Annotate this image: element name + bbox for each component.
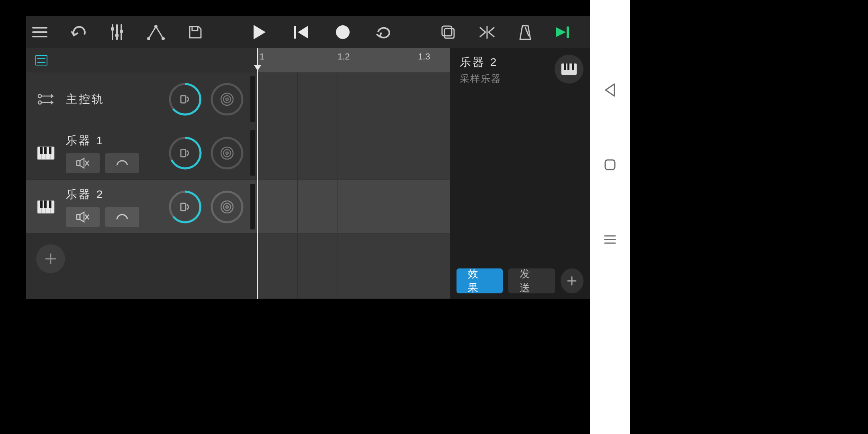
transport-group	[250, 23, 394, 41]
pan-knob[interactable]	[210, 190, 244, 224]
svg-point-26	[38, 101, 41, 104]
clipboard-button[interactable]	[440, 23, 456, 41]
ruler-mark: 1.3	[418, 51, 430, 62]
os-home-button[interactable]	[600, 155, 620, 174]
svg-rect-53	[40, 201, 43, 208]
svg-point-33	[221, 93, 233, 105]
record-button[interactable]	[334, 23, 352, 41]
track-knobs	[162, 180, 250, 233]
automation-button[interactable]	[147, 23, 165, 41]
timeline-ruler[interactable]: 1 1.2 1.3	[257, 48, 450, 72]
instrument-editor-button[interactable]	[555, 55, 583, 84]
track-row-inst1[interactable]: 乐器 1	[26, 126, 257, 180]
piano-icon	[37, 200, 55, 214]
add-track-button[interactable]	[36, 244, 65, 273]
svg-rect-17	[444, 29, 454, 38]
goto-end-button[interactable]	[555, 23, 573, 41]
track-list: 主控轨	[26, 48, 257, 299]
snap-button[interactable]	[479, 23, 495, 41]
svg-point-31	[226, 98, 228, 100]
os-nav-bar	[590, 0, 630, 434]
vu-meter	[250, 76, 255, 122]
tracklist-header	[26, 48, 257, 72]
svg-rect-23	[567, 27, 569, 38]
svg-rect-47	[181, 149, 186, 157]
svg-point-69	[221, 201, 233, 213]
ruler-mark: 1.2	[338, 51, 350, 62]
play-button[interactable]	[250, 23, 268, 41]
track-row-master[interactable]: 主控轨	[26, 72, 257, 126]
svg-marker-42	[80, 158, 84, 168]
mute-button[interactable]	[66, 207, 100, 227]
rewind-button[interactable]	[292, 23, 310, 41]
svg-rect-12	[192, 27, 198, 31]
undo-button[interactable]	[71, 23, 87, 41]
os-back-button[interactable]	[600, 80, 620, 100]
mixer-button[interactable]	[110, 23, 124, 41]
svg-rect-7	[115, 34, 119, 37]
save-button[interactable]	[188, 23, 203, 41]
add-effect-button[interactable]	[561, 268, 583, 293]
piano-icon	[561, 63, 577, 75]
track-name: 主控轨	[66, 92, 162, 107]
send-button[interactable]: 发送	[508, 268, 555, 293]
playhead-handle-icon[interactable]	[254, 65, 261, 71]
svg-point-11	[162, 37, 165, 40]
svg-point-9	[147, 37, 150, 40]
tracklist-view-icon[interactable]	[35, 55, 47, 66]
svg-rect-73	[564, 63, 566, 70]
lane-empty[interactable]	[257, 234, 450, 299]
loop-button[interactable]	[375, 23, 394, 41]
svg-point-51	[221, 147, 233, 159]
toolbar	[26, 16, 590, 48]
track-name: 乐器 2	[66, 187, 162, 202]
svg-point-68	[223, 203, 231, 211]
vu-meter	[250, 184, 255, 229]
lane-inst1[interactable]	[257, 126, 450, 180]
svg-point-30	[212, 84, 242, 115]
track-knobs	[162, 126, 250, 180]
svg-rect-79	[605, 160, 615, 170]
metronome-button[interactable]	[518, 23, 532, 41]
piano-icon	[37, 146, 55, 160]
svg-point-66	[212, 192, 242, 222]
svg-rect-65	[181, 203, 186, 211]
lane-master[interactable]	[257, 72, 450, 126]
svg-marker-60	[80, 212, 84, 222]
pan-knob[interactable]	[210, 136, 244, 170]
svg-rect-14	[294, 26, 296, 39]
volume-knob[interactable]	[168, 190, 203, 224]
svg-point-48	[212, 138, 242, 168]
solo-button[interactable]	[105, 207, 139, 227]
svg-rect-74	[567, 63, 569, 70]
pan-knob[interactable]	[210, 82, 244, 117]
os-recents-button[interactable]	[600, 230, 620, 249]
mute-button[interactable]	[66, 153, 100, 173]
lane-inst2[interactable]	[257, 180, 450, 234]
svg-point-16	[336, 25, 350, 39]
playhead[interactable]	[257, 48, 258, 299]
svg-rect-18	[442, 26, 452, 36]
content-row: 主控轨	[26, 48, 590, 299]
vu-meter	[250, 130, 255, 176]
volume-knob[interactable]	[168, 136, 203, 170]
svg-rect-29	[181, 96, 186, 103]
svg-rect-75	[572, 63, 574, 70]
svg-point-32	[223, 96, 231, 103]
routing-icon	[37, 91, 55, 107]
track-name: 乐器 1	[66, 133, 162, 148]
menu-button[interactable]	[32, 23, 47, 41]
inspector-panel: 乐器 2 采样乐器 效果 发送	[450, 48, 590, 299]
volume-knob[interactable]	[168, 82, 203, 117]
svg-rect-8	[120, 30, 123, 33]
inspector-title: 乐器 2	[460, 55, 502, 70]
solo-button[interactable]	[105, 153, 139, 173]
svg-rect-55	[49, 201, 51, 208]
svg-point-10	[154, 25, 158, 28]
svg-marker-15	[298, 26, 308, 39]
arrangement-area[interactable]: 1 1.2 1.3	[257, 48, 450, 299]
track-row-inst2[interactable]: 乐器 2	[26, 180, 257, 234]
svg-marker-22	[556, 27, 566, 37]
effects-button[interactable]: 效果	[457, 268, 503, 293]
app-frame: 主控轨	[26, 16, 590, 299]
